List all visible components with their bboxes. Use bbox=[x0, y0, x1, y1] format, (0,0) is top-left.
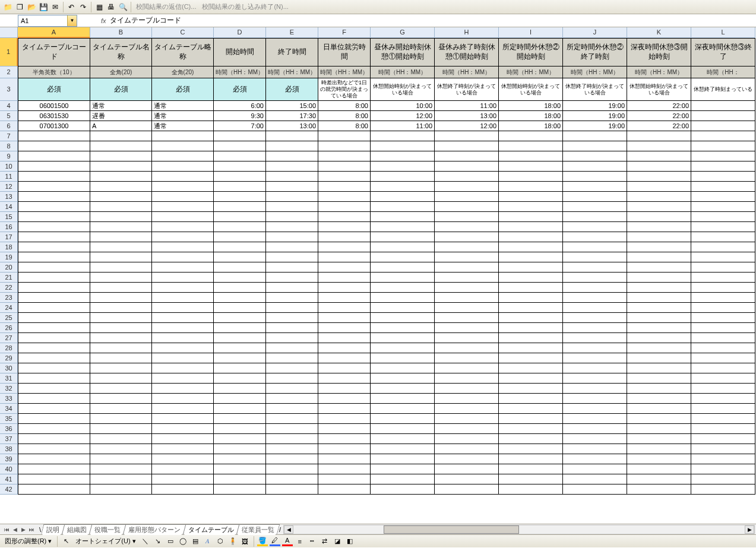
empty-cell[interactable] bbox=[435, 222, 499, 232]
empty-cell[interactable] bbox=[214, 424, 266, 434]
empty-cell[interactable] bbox=[90, 313, 152, 323]
empty-cell[interactable] bbox=[371, 464, 435, 474]
empty-cell[interactable] bbox=[18, 343, 90, 353]
empty-cell[interactable] bbox=[563, 333, 627, 343]
fx-label[interactable]: fx bbox=[101, 17, 106, 24]
empty-cell[interactable] bbox=[563, 323, 627, 333]
empty-cell[interactable] bbox=[627, 293, 691, 303]
empty-cell[interactable] bbox=[371, 252, 435, 262]
empty-cell[interactable] bbox=[435, 202, 499, 212]
row-header-10[interactable]: 10 bbox=[0, 161, 18, 172]
empty-cell[interactable] bbox=[214, 161, 266, 172]
empty-cell[interactable] bbox=[18, 363, 90, 373]
empty-cell[interactable] bbox=[90, 161, 152, 172]
empty-cell[interactable] bbox=[499, 353, 563, 363]
row-header-42[interactable]: 42 bbox=[0, 484, 18, 495]
empty-cell[interactable] bbox=[691, 414, 755, 424]
empty-cell[interactable] bbox=[214, 202, 266, 212]
empty-cell[interactable] bbox=[18, 131, 90, 141]
save-icon[interactable]: 💾 bbox=[38, 2, 49, 12]
empty-cell[interactable] bbox=[435, 434, 499, 444]
empty-cell[interactable] bbox=[691, 182, 755, 192]
empty-cell[interactable] bbox=[371, 313, 435, 323]
empty-cell[interactable] bbox=[152, 313, 214, 323]
empty-cell[interactable] bbox=[152, 212, 214, 222]
empty-cell[interactable] bbox=[563, 454, 627, 464]
row-header-6[interactable]: 6 bbox=[0, 121, 18, 131]
row-header-2[interactable]: 2 bbox=[0, 66, 18, 78]
empty-cell[interactable] bbox=[214, 172, 266, 182]
empty-cell[interactable] bbox=[499, 283, 563, 293]
empty-cell[interactable] bbox=[371, 303, 435, 313]
empty-cell[interactable] bbox=[371, 394, 435, 404]
rectangle-icon[interactable]: ▭ bbox=[165, 537, 176, 546]
empty-cell[interactable] bbox=[266, 151, 318, 161]
empty-cell[interactable] bbox=[90, 464, 152, 474]
empty-cell[interactable] bbox=[371, 202, 435, 212]
empty-cell[interactable] bbox=[371, 343, 435, 353]
empty-cell[interactable] bbox=[18, 353, 90, 363]
empty-cell[interactable] bbox=[691, 454, 755, 464]
empty-cell[interactable] bbox=[563, 464, 627, 474]
column-header-I[interactable]: I bbox=[499, 27, 563, 38]
empty-cell[interactable] bbox=[152, 333, 214, 343]
subheader-cell[interactable]: 時間（HH：MM） bbox=[435, 66, 499, 78]
empty-cell[interactable] bbox=[563, 242, 627, 252]
empty-cell[interactable] bbox=[18, 303, 90, 313]
empty-cell[interactable] bbox=[371, 484, 435, 495]
empty-cell[interactable] bbox=[152, 384, 214, 394]
empty-cell[interactable] bbox=[371, 333, 435, 343]
empty-cell[interactable] bbox=[563, 414, 627, 424]
data-cell[interactable]: 18:00 bbox=[499, 111, 563, 121]
empty-cell[interactable] bbox=[214, 384, 266, 394]
empty-cell[interactable] bbox=[435, 384, 499, 394]
empty-cell[interactable] bbox=[90, 172, 152, 182]
row-header-9[interactable]: 9 bbox=[0, 151, 18, 161]
empty-cell[interactable] bbox=[318, 141, 371, 151]
empty-cell[interactable] bbox=[90, 202, 152, 212]
empty-cell[interactable] bbox=[627, 192, 691, 202]
column-header-F[interactable]: F bbox=[318, 27, 371, 38]
review-merge-end-button[interactable]: 校閲結果の差し込み終了(N)... bbox=[200, 2, 290, 11]
empty-cell[interactable] bbox=[90, 404, 152, 414]
empty-cell[interactable] bbox=[371, 353, 435, 363]
empty-cell[interactable] bbox=[90, 343, 152, 353]
clipart-icon[interactable]: 🧍 bbox=[227, 537, 238, 546]
empty-cell[interactable] bbox=[627, 151, 691, 161]
empty-cell[interactable] bbox=[435, 141, 499, 151]
empty-cell[interactable] bbox=[627, 283, 691, 293]
empty-cell[interactable] bbox=[691, 444, 755, 454]
column-header-J[interactable]: J bbox=[563, 27, 627, 38]
empty-cell[interactable] bbox=[627, 242, 691, 252]
column-header-L[interactable]: L bbox=[691, 27, 755, 38]
empty-cell[interactable] bbox=[627, 222, 691, 232]
empty-cell[interactable] bbox=[18, 232, 90, 242]
empty-cell[interactable] bbox=[499, 363, 563, 373]
note-cell[interactable]: 時差出勤などで1日の就労時間が決まっている場合 bbox=[318, 78, 371, 101]
line-color-icon[interactable]: 🖊 bbox=[270, 537, 280, 546]
note-cell[interactable]: 休憩終了時刻まっている bbox=[691, 78, 755, 101]
empty-cell[interactable] bbox=[318, 384, 371, 394]
subheader-cell[interactable]: 全角(20) bbox=[152, 66, 214, 78]
row-header-17[interactable]: 17 bbox=[0, 232, 18, 242]
preview-icon[interactable]: 🔍 bbox=[118, 2, 128, 12]
empty-cell[interactable] bbox=[318, 273, 371, 283]
empty-cell[interactable] bbox=[499, 384, 563, 394]
empty-cell[interactable] bbox=[18, 293, 90, 303]
header-cell[interactable]: 所定時間外休憩②開始時刻 bbox=[499, 38, 563, 66]
empty-cell[interactable] bbox=[563, 141, 627, 151]
empty-cell[interactable] bbox=[152, 424, 214, 434]
empty-cell[interactable] bbox=[627, 182, 691, 192]
empty-cell[interactable] bbox=[371, 151, 435, 161]
empty-cell[interactable] bbox=[318, 454, 371, 464]
empty-cell[interactable] bbox=[371, 273, 435, 283]
empty-cell[interactable] bbox=[18, 384, 90, 394]
empty-cell[interactable] bbox=[371, 474, 435, 484]
empty-cell[interactable] bbox=[435, 343, 499, 353]
empty-cell[interactable] bbox=[318, 353, 371, 363]
empty-cell[interactable] bbox=[499, 474, 563, 484]
empty-cell[interactable] bbox=[266, 222, 318, 232]
empty-cell[interactable] bbox=[691, 384, 755, 394]
empty-cell[interactable] bbox=[318, 172, 371, 182]
row-header-24[interactable]: 24 bbox=[0, 303, 18, 313]
